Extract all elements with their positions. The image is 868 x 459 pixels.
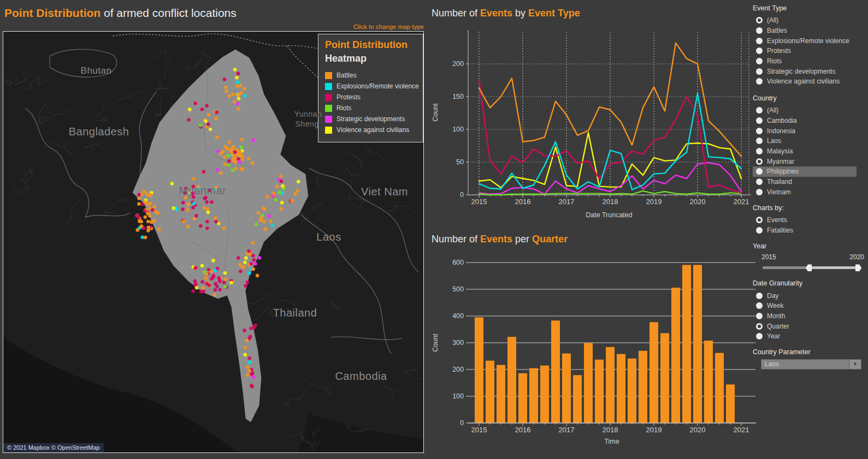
event-dot-protests[interactable]: [199, 224, 203, 228]
bar-quarter-12[interactable]: [606, 347, 615, 423]
event-dot-protests[interactable]: [193, 102, 197, 105]
event-dot-protests[interactable]: [143, 209, 147, 213]
legend-item-explosions-remote-violence[interactable]: Explosions/Remote violence: [325, 81, 416, 92]
event-dot-battles[interactable]: [146, 229, 150, 233]
event-dot-protests[interactable]: [248, 356, 252, 360]
event-dot-protests[interactable]: [223, 78, 227, 81]
event-dot-strategic-developments[interactable]: [216, 150, 220, 153]
event-dot-battles[interactable]: [241, 157, 245, 161]
event-dot-protests[interactable]: [205, 226, 209, 230]
event-dot-battles[interactable]: [184, 196, 188, 200]
radio-option-date-granularity-month[interactable]: Month: [753, 311, 857, 321]
event-dot-protests[interactable]: [184, 187, 188, 190]
event-dot-protests[interactable]: [194, 266, 198, 270]
bar-quarter-13[interactable]: [617, 354, 625, 423]
bar-quarter-2[interactable]: [497, 365, 505, 423]
event-dot-riots[interactable]: [231, 169, 235, 172]
event-dot-riots[interactable]: [227, 163, 231, 167]
legend-item-riots[interactable]: Riots: [325, 103, 416, 114]
event-dot-battles[interactable]: [192, 177, 196, 181]
event-dot-battles[interactable]: [247, 369, 251, 373]
event-dot-battles[interactable]: [222, 226, 226, 230]
event-dot-protests[interactable]: [192, 195, 196, 199]
event-dot-violence-against-civilians[interactable]: [243, 260, 247, 264]
bar-quarter-23[interactable]: [726, 384, 735, 423]
event-dot-violence-against-civilians[interactable]: [244, 353, 247, 357]
event-dot-protests[interactable]: [202, 170, 206, 174]
event-dot-battles[interactable]: [257, 211, 261, 215]
event-dot-battles[interactable]: [245, 339, 249, 343]
event-dot-protests[interactable]: [250, 262, 253, 266]
event-dot-protests[interactable]: [204, 196, 208, 200]
bar-quarter-10[interactable]: [584, 343, 593, 424]
event-dot-protests[interactable]: [244, 284, 247, 288]
event-dot-strategic-developments[interactable]: [258, 256, 262, 260]
event-dot-strategic-developments[interactable]: [252, 139, 256, 142]
event-dot-strategic-developments[interactable]: [238, 160, 241, 164]
legend-item-violence-against-civilians[interactable]: Violence against civilians: [325, 124, 416, 135]
event-dot-protests[interactable]: [205, 220, 209, 224]
event-dot-battles[interactable]: [144, 236, 147, 240]
event-dot-protests[interactable]: [181, 207, 185, 211]
radio-option-country-indonesia[interactable]: Indonesia: [753, 126, 857, 136]
bar-quarter-21[interactable]: [704, 341, 713, 423]
event-dot-protests[interactable]: [205, 200, 209, 204]
event-dot-battles[interactable]: [237, 94, 241, 98]
event-dot-battles[interactable]: [263, 207, 267, 211]
event-dot-protests[interactable]: [135, 214, 139, 218]
event-dot-violence-against-civilians[interactable]: [223, 271, 227, 275]
event-dot-protests[interactable]: [239, 270, 243, 273]
event-dot-explosions-remote-violence[interactable]: [192, 202, 196, 206]
event-dot-protests[interactable]: [214, 220, 218, 224]
bar-quarter-14[interactable]: [628, 359, 636, 423]
event-dot-strategic-developments[interactable]: [271, 194, 275, 198]
event-dot-battles[interactable]: [186, 224, 190, 228]
event-dot-battles[interactable]: [234, 167, 238, 171]
event-dot-violence-against-civilians[interactable]: [229, 281, 233, 285]
event-dot-battles[interactable]: [247, 157, 251, 160]
event-dot-violence-against-civilians[interactable]: [172, 206, 175, 210]
bar-quarter-20[interactable]: [693, 265, 702, 423]
event-dot-protests[interactable]: [205, 104, 209, 108]
event-dot-battles[interactable]: [233, 100, 237, 104]
event-dot-battles[interactable]: [251, 162, 255, 165]
event-dot-violence-against-civilians[interactable]: [281, 184, 285, 188]
event-dot-battles[interactable]: [140, 224, 144, 228]
event-dot-protests[interactable]: [280, 180, 284, 183]
event-dot-protests[interactable]: [249, 326, 253, 330]
bar-quarter-18[interactable]: [671, 288, 680, 423]
event-dot-battles[interactable]: [275, 184, 279, 188]
event-dot-battles[interactable]: [147, 226, 151, 230]
radio-option-date-granularity-quarter[interactable]: Quarter: [753, 321, 857, 331]
event-dot-explosions-remote-violence[interactable]: [243, 94, 247, 98]
event-dot-protests[interactable]: [215, 285, 219, 289]
event-dot-battles[interactable]: [240, 138, 244, 142]
event-dot-violence-against-civilians[interactable]: [211, 259, 215, 263]
radio-option-event-type-riots[interactable]: Riots: [753, 56, 857, 67]
event-dot-explosions-remote-violence[interactable]: [248, 360, 252, 364]
radio-option-country-laos[interactable]: Laos: [753, 136, 857, 146]
event-dot-battles[interactable]: [137, 202, 141, 206]
event-dot-battles[interactable]: [225, 90, 228, 93]
map-panel[interactable]: Point Distribution Heatmap BattlesExplos…: [3, 31, 424, 453]
bar-quarter-5[interactable]: [529, 368, 538, 424]
event-dot-battles[interactable]: [279, 207, 283, 211]
event-dot-battles[interactable]: [240, 168, 244, 172]
event-dot-protests[interactable]: [207, 268, 211, 272]
event-dot-riots[interactable]: [274, 198, 277, 202]
bar-quarter-3[interactable]: [507, 337, 516, 423]
bar-quarter-7[interactable]: [551, 320, 560, 423]
event-dot-protests[interactable]: [191, 206, 195, 210]
event-dot-riots[interactable]: [203, 271, 206, 275]
event-dot-protests[interactable]: [237, 256, 240, 260]
event-dot-battles[interactable]: [265, 195, 269, 199]
event-dot-battles[interactable]: [219, 171, 223, 175]
event-dot-protests[interactable]: [247, 249, 251, 253]
event-dot-battles[interactable]: [201, 286, 205, 290]
event-dot-battles[interactable]: [186, 208, 190, 212]
event-dot-protests[interactable]: [251, 254, 255, 258]
event-dot-explosions-remote-violence[interactable]: [270, 224, 274, 228]
radio-option-country-philippines[interactable]: Philippines: [753, 166, 857, 177]
event-dot-riots[interactable]: [223, 285, 227, 289]
bar-quarter-6[interactable]: [540, 366, 549, 423]
